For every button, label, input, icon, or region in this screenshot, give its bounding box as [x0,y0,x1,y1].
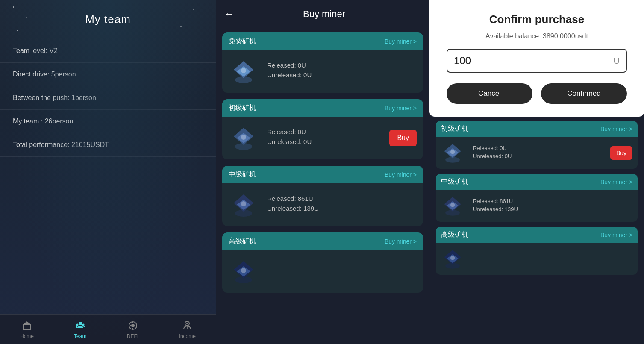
nav-item-defi[interactable]: DEFI [127,320,139,339]
miner-buy-link-free[interactable]: Buy miner > [385,38,417,45]
miner-title-mid: 中级矿机 [229,170,256,179]
unit-label: U [614,56,620,66]
svg-point-27 [241,268,246,273]
mini-unreleased-mid_mini: Unreleased: 139U [473,206,632,212]
svg-rect-0 [23,325,31,330]
svg-point-2 [79,322,82,325]
miner-icon-mid [229,190,259,220]
miner-body-mid: Released: 861U Unreleased: 139U [222,183,423,226]
released-basic: Released: 0U [267,128,381,135]
confirm-button[interactable]: Confirmed [541,83,627,104]
stat-row: My team : 26person [0,110,216,133]
svg-point-39 [450,256,455,260]
mini-miner-body-mid_mini: Released: 861U Unreleased: 139U [436,190,638,222]
svg-point-30 [445,157,460,163]
home-icon [21,320,33,332]
mini-miner-info-basic_mini: Released: 0U Unreleased: 0U [473,145,602,161]
svg-point-38 [445,263,460,269]
mini-miner-card-high_mini: 高级矿机 Buy miner > [436,227,638,275]
mini-miner-body-basic_mini: Released: 0U Unreleased: 0U Buy [436,137,638,169]
buy-miner-header: ← Buy miner [216,0,429,28]
confirm-dialog: Confirm purchase Available balance: 3890… [429,0,644,117]
svg-point-15 [241,68,246,73]
star-decoration [17,30,18,31]
miner-header-free: 免费矿机 Buy miner > [222,32,423,50]
mini-miner-buy-link-high_mini[interactable]: Buy miner > [600,232,632,238]
miner-title-high: 高级矿机 [229,237,256,246]
back-button[interactable]: ← [224,9,234,20]
stat-row: Between the push: 1person [0,86,216,110]
mini-miner-buy-link-basic_mini[interactable]: Buy miner > [600,126,632,132]
star-decoration [180,26,182,27]
svg-point-22 [235,210,252,217]
mini-miner-header-high_mini: 高级矿机 Buy miner > [436,227,638,243]
miner-body-free: Released: 0U Unreleased: 0U [222,50,423,93]
confirm-panel: Confirm purchase Available balance: 3890… [429,0,644,344]
mini-miner-header-mid_mini: 中级矿机 Buy miner > [436,174,638,190]
miner-buy-link-high[interactable]: Buy miner > [385,238,417,245]
defi-icon [127,320,139,332]
miner-card-free: 免费矿机 Buy miner > Released: 0U Unreleased… [222,32,423,93]
star-decoration [26,17,27,18]
mini-miner-icon-mid_mini [441,194,465,218]
released-mid: Released: 861U [267,195,417,202]
svg-point-3 [76,323,78,326]
buy-button-basic[interactable]: Buy [389,130,417,146]
mini-miner-icon-high_mini [441,247,465,270]
star-decoration [193,9,194,10]
miner-title-basic: 初级矿机 [229,103,256,112]
svg-point-6 [131,324,135,327]
income-icon [181,320,193,332]
unreleased-basic: Unreleased: 0U [267,138,381,145]
miner-info-basic: Released: 0U Unreleased: 0U [267,128,381,148]
star-decoration [13,6,14,8]
team-header: My team [0,0,216,35]
mini-miner-info-mid_mini: Released: 861U Unreleased: 139U [473,198,632,214]
mini-miner-buy-link-mid_mini[interactable]: Buy miner > [600,179,632,185]
released-free: Released: 0U [267,62,417,69]
mini-miner-title-mid_mini: 中级矿机 [441,177,468,186]
stat-row: Team level: V2 [0,39,216,63]
svg-point-34 [445,210,460,216]
mini-released-basic_mini: Released: 0U [473,145,602,151]
miners-list: 免费矿机 Buy miner > Released: 0U Unreleased… [216,28,429,344]
svg-point-4 [82,323,84,326]
miner-icon-basic [229,123,259,153]
miner-buy-link-mid[interactable]: Buy miner > [385,171,417,178]
svg-marker-1 [23,321,31,325]
svg-point-31 [450,150,455,154]
miner-info-free: Released: 0U Unreleased: 0U [267,62,417,81]
nav-label: DEFI [127,333,138,339]
mini-miner-header-basic_mini: 初级矿机 Buy miner > [436,121,638,137]
mini-miner-info-high_mini [473,258,632,260]
miner-card-mid: 中级矿机 Buy miner > Released: 861U Unreleas… [222,166,423,226]
amount-input-row: U [447,49,627,73]
mini-buy-button-basic_mini[interactable]: Buy [610,146,632,160]
stat-row: Total performance: 21615USDT [0,133,216,157]
mini-miner-icon-basic_mini [441,141,465,165]
nav-item-team[interactable]: Team [74,320,86,339]
nav-label: Home [20,333,34,339]
miner-icon-high [229,256,259,286]
nav-label: Income [179,333,196,339]
confirm-buttons: Cancel Confirmed [447,83,627,104]
miner-body-high [222,250,423,293]
page-title: My team [9,13,207,26]
mini-miner-title-high_mini: 高级矿机 [441,230,468,239]
team-panel: My team Team level: V2Direct drive: 5per… [0,0,216,344]
mini-miner-title-basic_mini: 初级矿机 [441,124,468,133]
amount-input[interactable] [454,55,614,67]
miner-buy-link-basic[interactable]: Buy miner > [385,105,417,112]
team-icon [74,320,86,332]
confirm-title: Confirm purchase [447,13,627,26]
buy-miner-title: Buy miner [240,9,408,20]
nav-item-home[interactable]: Home [20,320,34,339]
available-balance: Available balance: 3890.0000usdt [447,32,627,40]
nav-label: Team [74,333,86,339]
miner-header-mid: 中级矿机 Buy miner > [222,166,423,183]
svg-point-23 [241,201,246,206]
nav-item-income[interactable]: Income [179,320,196,339]
cancel-button[interactable]: Cancel [447,83,532,104]
confirm-panel-bottom: 初级矿机 Buy miner > Released: 0U Unreleased… [429,117,644,344]
mini-miner-card-mid_mini: 中级矿机 Buy miner > Released: 861U Unreleas… [436,174,638,222]
